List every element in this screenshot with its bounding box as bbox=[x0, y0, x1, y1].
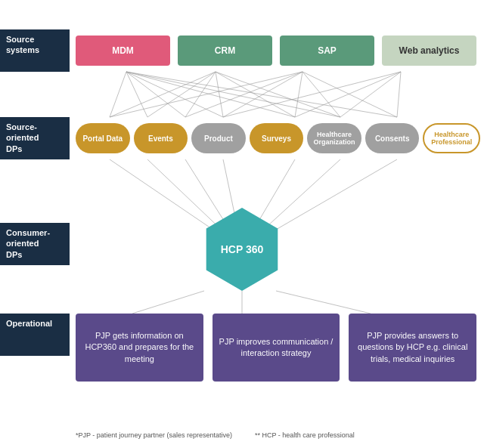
footer-notes: *PJP - patient journey partner (sales re… bbox=[76, 431, 476, 439]
source-systems-row: MDM CRM SAP Web analytics bbox=[76, 29, 476, 72]
source-box-sap: SAP bbox=[280, 36, 374, 66]
dp-product: Product bbox=[191, 123, 246, 153]
svg-line-11 bbox=[216, 72, 295, 117]
svg-line-4 bbox=[126, 72, 295, 117]
source-box-crm: CRM bbox=[178, 36, 272, 66]
svg-line-15 bbox=[223, 72, 302, 117]
hcp360-container: HCP 360 bbox=[200, 208, 284, 291]
op-box-1: PJP gets information on HCP360 and prepa… bbox=[76, 314, 203, 382]
svg-line-21 bbox=[340, 72, 401, 117]
op-box-3: PJP provides answers to questions by HCP… bbox=[349, 314, 476, 382]
svg-line-0 bbox=[110, 72, 126, 117]
svg-line-17 bbox=[302, 72, 340, 117]
row-label-consumer-dps: Consumer-orientedDPs bbox=[0, 223, 70, 265]
svg-line-20 bbox=[295, 72, 401, 117]
svg-line-7 bbox=[110, 72, 216, 117]
svg-line-30 bbox=[132, 291, 204, 314]
dp-consents: Consents bbox=[365, 123, 420, 153]
dp-surveys: Surveys bbox=[250, 123, 304, 153]
svg-line-18 bbox=[302, 72, 397, 117]
source-box-web: Web analytics bbox=[382, 36, 476, 66]
operational-row: PJP gets information on HCP360 and prepa… bbox=[76, 314, 476, 389]
source-box-mdm: MDM bbox=[76, 36, 170, 66]
svg-line-6 bbox=[126, 72, 397, 117]
dp-hco: HealthcareOrganization bbox=[307, 123, 361, 153]
footer-note1: *PJP - patient journey partner (sales re… bbox=[76, 431, 232, 439]
dp-portal: Portal Data bbox=[76, 123, 130, 153]
svg-line-1 bbox=[126, 72, 147, 117]
svg-line-19 bbox=[223, 72, 401, 117]
svg-line-22 bbox=[397, 72, 401, 117]
svg-line-12 bbox=[216, 72, 340, 117]
svg-line-9 bbox=[185, 72, 216, 117]
row-label-operational: Operational bbox=[0, 314, 70, 356]
dp-hcp: HealthcareProfessional bbox=[423, 123, 480, 153]
svg-line-3 bbox=[126, 72, 223, 117]
dp-events: Events bbox=[134, 123, 188, 153]
svg-line-5 bbox=[126, 72, 340, 117]
source-dps-row: Portal Data Events Product Surveys Healt… bbox=[76, 117, 480, 159]
svg-line-16 bbox=[295, 72, 302, 117]
hcp360-hexagon bbox=[200, 208, 284, 291]
svg-line-14 bbox=[185, 72, 302, 117]
footer-note2: ** HCP - health care professional bbox=[255, 431, 355, 439]
op-box-2: PJP improves communication / interaction… bbox=[213, 314, 340, 382]
svg-line-10 bbox=[216, 72, 223, 117]
svg-line-2 bbox=[126, 72, 185, 117]
row-label-source-systems: Source systems bbox=[0, 29, 70, 72]
svg-line-32 bbox=[276, 291, 371, 314]
diagram-container: Source systems MDM CRM SAP Web analytics… bbox=[0, 0, 484, 448]
svg-line-8 bbox=[147, 72, 216, 117]
svg-line-13 bbox=[110, 72, 302, 117]
row-label-source-dps: Source-orientedDPs bbox=[0, 117, 70, 159]
